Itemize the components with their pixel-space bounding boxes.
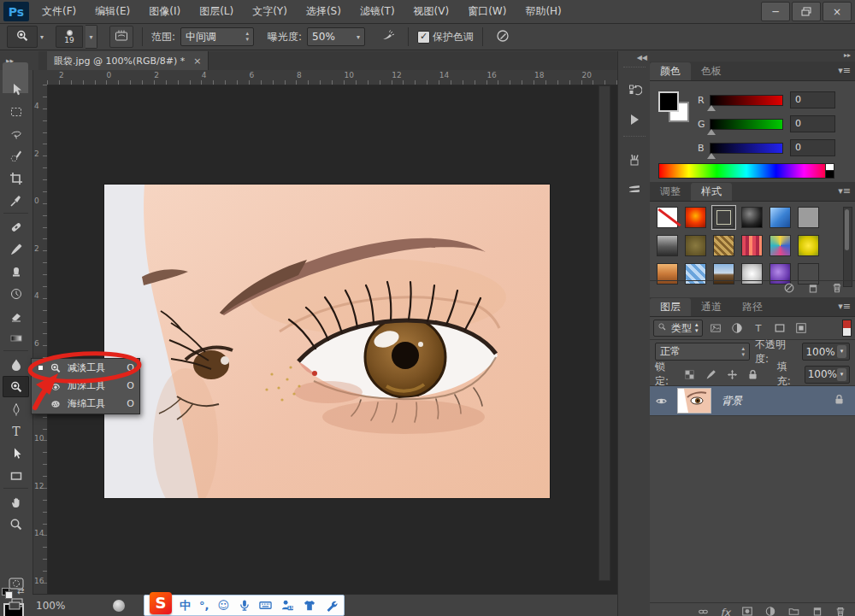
styles-scrollbar[interactable] xyxy=(843,207,852,287)
slider-thumb[interactable] xyxy=(707,105,716,111)
color-spectrum-ramp[interactable] xyxy=(658,163,834,179)
delete-style-button[interactable] xyxy=(831,282,843,296)
filter-type-select[interactable]: 类型 ▴▾ xyxy=(653,320,703,337)
tab-color[interactable]: 颜色 xyxy=(650,62,691,80)
zoom-level-field[interactable]: 100% xyxy=(36,600,80,612)
tab-layers[interactable]: 图层 xyxy=(650,298,691,316)
protect-tones-checkbox[interactable]: ✓ xyxy=(417,31,430,44)
quick-selection-tool[interactable] xyxy=(3,145,29,167)
slider-thumb[interactable] xyxy=(707,129,716,135)
menu-item-滤镜t[interactable]: 滤镜(T) xyxy=(351,0,404,23)
rectangular-marquee-tool[interactable] xyxy=(3,101,29,122)
screen-mode-button[interactable] xyxy=(3,593,29,614)
sogou-logo[interactable]: S xyxy=(150,592,172,614)
lock-pixels-icon[interactable] xyxy=(704,367,719,382)
filter-adjustment-layers-icon[interactable] xyxy=(728,320,746,336)
menu-item-视图v[interactable]: 视图(V) xyxy=(404,0,459,23)
tablet-pressure-button[interactable] xyxy=(492,26,514,47)
new-group-button[interactable] xyxy=(787,606,800,616)
style-swatch-color-camo[interactable] xyxy=(770,235,791,256)
flyout-item-dodge-tool[interactable]: 减淡工具O xyxy=(32,359,139,377)
style-swatch-orange-glow[interactable] xyxy=(685,207,706,228)
restore-button[interactable] xyxy=(792,2,821,21)
spot-healing-brush-tool[interactable] xyxy=(3,216,29,238)
collapse-panels-icon[interactable]: ▸▸ xyxy=(650,51,855,62)
path-selection-tool[interactable] xyxy=(3,443,29,464)
minimize-button[interactable]: ─ xyxy=(761,2,790,21)
zoom-tool[interactable] xyxy=(3,513,29,535)
new-style-button[interactable] xyxy=(807,283,819,296)
style-swatch-flat-gray[interactable] xyxy=(798,207,819,228)
opacity-select[interactable]: 100%▾ xyxy=(802,343,850,361)
quick-mask-button[interactable] xyxy=(3,572,29,594)
document-tab[interactable]: 眼袋.jpg @ 100%(RGB/8#) * × xyxy=(47,51,209,70)
channel-value-field[interactable]: 0 xyxy=(790,91,835,109)
style-swatch-gold-speckle[interactable] xyxy=(685,235,706,256)
layers-panel-menu-icon[interactable]: ▾≡ xyxy=(838,301,851,312)
menu-item-帮助h[interactable]: 帮助(H) xyxy=(516,0,570,23)
lock-all-icon[interactable] xyxy=(746,367,761,382)
menu-item-编辑e[interactable]: 编辑(E) xyxy=(86,0,139,23)
style-swatch-gray-gradient[interactable] xyxy=(657,235,678,256)
history-brush-tool[interactable] xyxy=(3,283,29,304)
ime-punctuation-icon[interactable]: °, xyxy=(199,597,209,614)
brush-tool[interactable] xyxy=(3,238,29,260)
dodge-tool[interactable] xyxy=(3,376,29,397)
lock-position-icon[interactable] xyxy=(724,367,740,382)
ime-soft-keyboard-icon[interactable] xyxy=(259,597,272,614)
channel-slider[interactable] xyxy=(710,95,783,106)
move-tool[interactable] xyxy=(3,79,29,100)
channel-value-field[interactable]: 0 xyxy=(790,139,835,156)
close-tab-icon[interactable]: × xyxy=(193,56,201,67)
pen-tool[interactable] xyxy=(3,398,29,419)
layer-row-background[interactable]: 背景 xyxy=(650,386,855,416)
tab-adjustments[interactable]: 调整 xyxy=(650,183,691,201)
filter-smart-objects-icon[interactable] xyxy=(793,320,810,336)
eyedropper-tool[interactable] xyxy=(3,190,29,211)
ime-settings-icon[interactable] xyxy=(325,597,339,614)
menu-item-窗口w[interactable]: 窗口(W) xyxy=(458,0,516,23)
filtering-toggle[interactable] xyxy=(842,320,852,337)
eraser-tool[interactable] xyxy=(3,305,29,326)
collapse-dock-icon[interactable]: ◀◀ xyxy=(618,51,651,65)
crop-tool[interactable] xyxy=(3,167,29,189)
ime-skin-icon[interactable] xyxy=(303,597,316,614)
channel-slider[interactable] xyxy=(710,143,783,154)
color-panel-menu-icon[interactable]: ▾≡ xyxy=(838,65,851,76)
layer-effects-button[interactable]: fx xyxy=(721,607,730,616)
fill-select[interactable]: 100%▾ xyxy=(805,366,850,384)
clear-style-button[interactable] xyxy=(783,282,795,296)
lasso-tool[interactable] xyxy=(3,123,29,144)
style-swatch-tan-texture[interactable] xyxy=(713,235,734,256)
channel-value-field[interactable]: 0 xyxy=(790,115,835,132)
delete-layer-button[interactable] xyxy=(834,606,846,616)
spectrum-black-swatch[interactable] xyxy=(825,170,834,179)
link-layers-button[interactable] xyxy=(697,607,710,616)
lock-transparency-icon[interactable] xyxy=(682,367,698,382)
slider-thumb[interactable] xyxy=(707,153,716,159)
vertical-scrollbar[interactable] xyxy=(598,85,610,581)
blur-tool[interactable] xyxy=(3,354,29,375)
dock-grip[interactable] xyxy=(623,67,646,74)
style-swatch-yellow-pattern[interactable] xyxy=(798,235,819,256)
menu-item-图像i[interactable]: 图像(I) xyxy=(139,0,190,23)
blend-mode-select[interactable]: 正常 ▴▾ xyxy=(655,343,750,361)
clone-stamp-tool[interactable] xyxy=(3,261,29,282)
gradient-tool[interactable] xyxy=(3,327,29,349)
filter-type-layers-icon[interactable]: T xyxy=(750,320,767,336)
brush-presets-panel-icon[interactable] xyxy=(618,174,651,203)
airbrush-toggle-button[interactable] xyxy=(377,26,399,47)
style-swatch-blue-glass[interactable] xyxy=(770,207,791,228)
actions-panel-icon[interactable] xyxy=(618,105,651,134)
brush-panel-icon[interactable] xyxy=(618,145,651,174)
layer-visibility-icon[interactable] xyxy=(650,386,672,415)
panel-foreground-swatch[interactable] xyxy=(658,91,679,112)
brush-size-picker[interactable]: 19 xyxy=(56,26,83,48)
styles-panel-menu-icon[interactable]: ▾≡ xyxy=(838,185,851,197)
hand-tool[interactable] xyxy=(3,491,29,513)
flyout-item-sponge-tool[interactable]: 海绵工具O xyxy=(32,395,139,413)
exposure-select[interactable]: 50% ▾ xyxy=(307,27,365,46)
ime-voice-icon[interactable] xyxy=(238,597,251,614)
close-button[interactable]: × xyxy=(823,2,852,21)
tab-paths[interactable]: 路径 xyxy=(732,298,773,316)
